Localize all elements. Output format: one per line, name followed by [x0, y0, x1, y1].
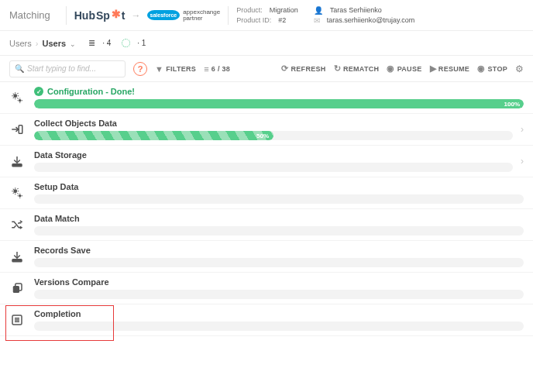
- pause-button[interactable]: ◉ PAUSE: [387, 64, 421, 74]
- search-icon: 🔍: [15, 64, 24, 73]
- filters-button[interactable]: ▼ FILTERS: [155, 64, 196, 74]
- toolbar: 🔍 Start typing to find... ? ▼ FILTERS ≡ …: [0, 56, 533, 82]
- step-completion: Completion: [0, 304, 533, 336]
- progress-bar: [34, 290, 524, 299]
- svg-rect-6: [12, 260, 22, 262]
- rematch-icon: ↻: [334, 64, 341, 74]
- chevron-right-icon[interactable]: ›: [521, 156, 524, 167]
- product-value: Migration: [270, 6, 298, 14]
- svg-rect-2: [19, 126, 22, 134]
- svg-rect-3: [12, 164, 22, 167]
- steps-list: ✓ Configuration - Done! 100% Collect Obj…: [0, 82, 533, 392]
- progress-bar: 100%: [34, 99, 524, 108]
- refresh-button[interactable]: ⟳ REFRESH: [281, 64, 325, 74]
- list-icon[interactable]: ≣: [88, 38, 96, 48]
- play-icon: ▶: [430, 64, 436, 74]
- chevron-right-icon[interactable]: ›: [521, 124, 524, 135]
- progress-percent: 100%: [504, 101, 520, 108]
- appexchange-logo: salesforce appexchange partner: [147, 9, 221, 22]
- chevron-down-icon[interactable]: ⌄: [70, 40, 76, 48]
- svg-point-0: [13, 94, 17, 98]
- svg-point-1: [19, 99, 22, 102]
- progress-percent: 50%: [256, 132, 269, 139]
- step-title: Data Match: [34, 214, 80, 223]
- page-title: Matching: [9, 9, 50, 21]
- step-setup-data: Setup Data: [0, 177, 533, 209]
- filter-icon: ▼: [155, 64, 163, 74]
- divider: [228, 6, 229, 25]
- range-button[interactable]: ≡ 6 / 38: [204, 64, 230, 74]
- hubspot-logo: HubSp✱t: [74, 9, 126, 22]
- breadcrumb-bar: Users › Users ⌄ ≣ · 4 · 1: [0, 31, 533, 56]
- shuffle-icon: [8, 218, 26, 232]
- svg-point-5: [19, 194, 22, 198]
- step-title: Records Save: [34, 246, 91, 255]
- step-collect-objects[interactable]: Collect Objects Data 50% ›: [0, 114, 533, 146]
- progress-bar: [34, 194, 524, 204]
- stop-button[interactable]: ◉ STOP: [477, 64, 507, 74]
- user-name: Taras Serhiienko: [330, 6, 382, 14]
- list-count: · 4: [102, 39, 111, 47]
- progress-bar: [34, 258, 524, 267]
- salesforce-cloud-icon: salesforce: [147, 10, 181, 20]
- cycle-icon[interactable]: [122, 39, 130, 47]
- product-id-label: Product ID:: [236, 16, 271, 24]
- download-icon: [8, 154, 26, 168]
- arrow-right-icon: →: [132, 10, 141, 21]
- download-icon: [8, 249, 26, 263]
- progress-bar: 50%: [34, 131, 513, 140]
- svg-point-4: [13, 189, 17, 193]
- help-button[interactable]: ?: [133, 62, 147, 76]
- step-title: Collect Objects Data: [34, 119, 117, 128]
- step-versions-compare: Versions Compare: [0, 273, 533, 304]
- search-input[interactable]: 🔍 Start typing to find...: [9, 60, 126, 77]
- step-title: Setup Data: [34, 182, 78, 191]
- sliders-icon: ≡: [204, 64, 209, 74]
- divider: [66, 6, 67, 25]
- refresh-icon: ⟳: [281, 64, 288, 74]
- breadcrumb[interactable]: Users › Users ⌄: [9, 39, 76, 48]
- progress-bar: [34, 163, 513, 172]
- resume-button[interactable]: ▶ RESUME: [430, 64, 470, 74]
- svg-rect-7: [13, 286, 19, 293]
- gear-icon: ⚙: [515, 64, 524, 74]
- search-placeholder: Start typing to find...: [27, 64, 96, 73]
- step-records-save: Records Save: [0, 241, 533, 273]
- step-data-storage[interactable]: Data Storage ›: [0, 146, 533, 177]
- product-meta: Product: Migration 👤 Taras Serhiienko Pr…: [236, 6, 414, 25]
- breadcrumb-root[interactable]: Users: [9, 39, 32, 48]
- hubspot-icon: ✱: [112, 8, 121, 20]
- stop-icon: ◉: [477, 64, 485, 74]
- settings-button[interactable]: ⚙: [515, 64, 524, 74]
- step-title: Configuration - Done!: [47, 87, 135, 96]
- step-title: Data Storage: [34, 150, 87, 160]
- check-icon: ✓: [34, 87, 43, 96]
- import-icon: [8, 122, 26, 136]
- step-configuration: ✓ Configuration - Done! 100%: [0, 82, 533, 114]
- gears-icon: [8, 91, 26, 105]
- list-icon: [8, 313, 26, 327]
- pause-icon: ◉: [387, 64, 394, 74]
- step-title: Versions Compare: [34, 277, 109, 287]
- user-icon: 👤: [314, 6, 323, 15]
- step-title: Completion: [34, 309, 81, 318]
- breadcrumb-current[interactable]: Users: [43, 39, 67, 48]
- gears-icon: [8, 186, 26, 200]
- step-data-match: Data Match: [0, 209, 533, 241]
- rematch-button[interactable]: ↻ REMATCH: [334, 64, 380, 74]
- email-icon: ✉: [314, 16, 320, 25]
- user-email: taras.serhiienko@trujay.com: [327, 16, 415, 24]
- product-label: Product:: [236, 6, 263, 14]
- progress-bar: [34, 322, 524, 331]
- copy-icon: [8, 281, 26, 295]
- app-header: Matching HubSp✱t → salesforce appexchang…: [0, 0, 533, 31]
- progress-bar: [34, 226, 524, 236]
- cycle-count: · 1: [137, 39, 146, 47]
- product-id-value: #2: [278, 16, 286, 24]
